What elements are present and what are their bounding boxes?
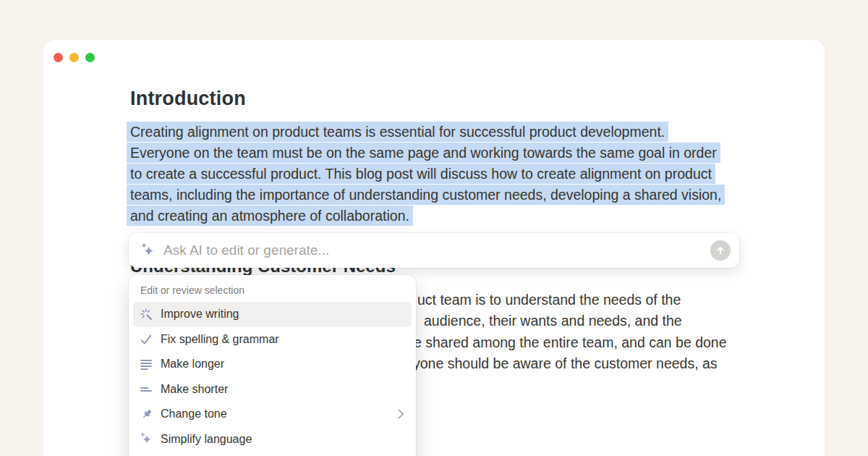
window-controls	[54, 53, 95, 62]
menu-item-label: Improve writing	[161, 308, 239, 321]
menu-item-fix-spelling[interactable]: Fix spelling & grammar	[133, 327, 412, 352]
menu-item-make-shorter[interactable]: Make shorter	[133, 377, 412, 402]
microphone-icon	[139, 407, 153, 421]
menu-item-label: Make longer	[161, 358, 224, 371]
menu-item-make-longer[interactable]: Make longer	[133, 352, 412, 377]
document-text-fragment[interactable]: e shared among the entire team, and can …	[414, 335, 727, 350]
selected-text-line[interactable]: to create a successful product. This blo…	[127, 164, 715, 185]
document-text-fragment[interactable]: audience, their wants and needs, and the	[424, 313, 682, 329]
menu-item-simplify-language[interactable]: Simplify language	[133, 427, 412, 452]
chevron-right-icon	[398, 409, 404, 419]
menu-item-label: Change tone	[161, 408, 227, 421]
menu-item-label: Fix spelling & grammar	[161, 333, 279, 346]
minimize-button[interactable]	[69, 53, 79, 62]
selected-text-line[interactable]: and creating an atmosphere of collaborat…	[127, 206, 413, 227]
menu-item-label: Make shorter	[161, 383, 228, 396]
ai-sparkle-icon	[140, 242, 156, 258]
arrow-up-icon	[715, 245, 726, 256]
menu-item-improve-writing[interactable]: Improve writing	[133, 302, 412, 327]
menu-item-label: Simplify language	[161, 433, 252, 446]
ai-input-bar	[129, 233, 739, 268]
document-text-fragment[interactable]: yone should be aware of the customer nee…	[413, 356, 718, 371]
lines-long-icon	[139, 357, 153, 371]
ai-command-menu: Edit or review selection Imp	[129, 275, 416, 456]
menu-item-change-tone[interactable]: Change tone	[133, 402, 412, 427]
ai-submit-button[interactable]	[710, 240, 731, 261]
selected-text-line[interactable]: Creating alignment on product teams is e…	[127, 122, 668, 143]
lines-short-icon	[139, 382, 153, 397]
ai-prompt-input[interactable]	[163, 242, 710, 258]
sparkle-icon	[139, 432, 153, 447]
magic-wand-icon	[139, 307, 153, 321]
check-icon	[139, 332, 153, 347]
zoom-button[interactable]	[85, 53, 95, 62]
page-title[interactable]: Introduction	[130, 88, 246, 110]
menu-section-header: Edit or review selection	[129, 284, 416, 302]
document-text-fragment[interactable]: uct team is to understand the needs of t…	[417, 292, 681, 308]
app-window: Introduction Creating alignment on produ…	[43, 40, 825, 456]
close-button[interactable]	[54, 53, 63, 62]
page-background: Introduction Creating alignment on produ…	[0, 0, 868, 456]
selected-text-line[interactable]: Everyone on the team must be on the same…	[127, 143, 720, 164]
selected-text-line[interactable]: teams, including the importance of under…	[127, 185, 725, 206]
